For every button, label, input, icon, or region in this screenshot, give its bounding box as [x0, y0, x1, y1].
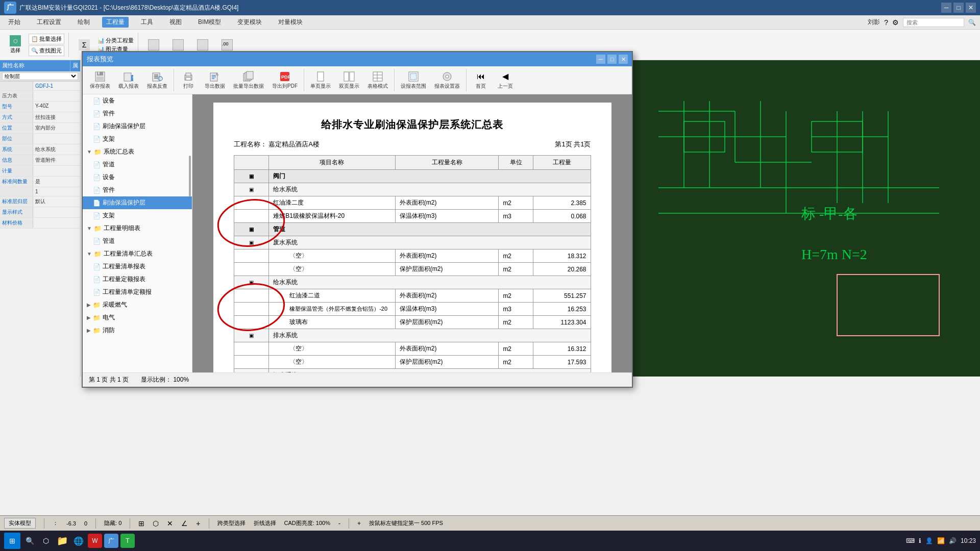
tree-panel: 📄 设备 📄 管件 📄 刷油保温保护层 📄 支架 ▼ 📁 — [83, 94, 192, 372]
value-empty2: 20.268 — [533, 263, 591, 276]
dialog-minimize-button[interactable]: ─ — [596, 55, 605, 64]
tree-file-icon-pipe: 📄 — [93, 110, 101, 117]
close-button[interactable]: ✕ — [966, 3, 976, 13]
tree-item-qty-report[interactable]: 📄 工程量清单报表 — [83, 260, 192, 273]
expand-cell[interactable]: ▣ — [234, 170, 269, 183]
toolbar-classify-button[interactable]: Σ — [73, 38, 95, 52]
model-type-badge[interactable]: 实体模型 — [4, 518, 36, 529]
expand-icon-electrical: ▶ — [87, 315, 91, 320]
tree-item-system-summary[interactable]: ▼ 📁 系统汇总表 — [83, 145, 192, 158]
first-page-button[interactable]: ⏮ 首页 — [470, 69, 492, 91]
menu-start[interactable]: 开始 — [4, 17, 24, 28]
menu-draw[interactable]: 绘制 — [74, 17, 94, 28]
menu-quantity[interactable]: 工程量 — [102, 17, 129, 28]
windows-start-button[interactable]: ⊞ — [4, 533, 20, 549]
layer-select[interactable]: 绘制层 — [2, 72, 78, 80]
menu-change[interactable]: 变更模块 — [233, 17, 266, 28]
menu-tools[interactable]: 工具 — [137, 17, 157, 28]
minimize-button[interactable]: ─ — [941, 3, 951, 13]
table-row-sewage: ▣ 污水系统 — [234, 369, 591, 373]
tree-item-qty-summary[interactable]: ▼ 📁 工程量清单汇总表 — [83, 247, 192, 260]
tree-item-sys-device[interactable]: 📄 设备 — [83, 171, 192, 184]
search-icon[interactable]: 🔍 — [968, 19, 976, 26]
dialog-toolbar: 保存报表 ↑ 载入报表 报表反查 打印 — [83, 66, 632, 94]
dialog-close-button[interactable]: ✕ — [619, 55, 628, 64]
toolbar-icon4[interactable]: .00 — [216, 38, 238, 52]
expand-cell-pipe[interactable]: ▣ — [234, 223, 269, 236]
export-button[interactable]: 导出数据 — [202, 69, 228, 91]
expand-cell-sewage[interactable]: ▣ — [234, 369, 269, 373]
prev-page-button[interactable]: ◀ 上一页 — [494, 69, 517, 91]
dialog-maximize-button[interactable]: □ — [607, 55, 617, 64]
menu-view[interactable]: 视图 — [165, 17, 186, 28]
tree-item-qty-pipe[interactable]: 📄 管道 — [83, 235, 192, 247]
taskbar-explorer[interactable]: 📁 — [55, 534, 69, 548]
tree-item-heating[interactable]: ▶ 📁 采暖燃气 — [83, 298, 192, 311]
expand-cell-waste[interactable]: ▣ — [234, 236, 269, 249]
set-range-button[interactable]: 设报表范围 — [398, 69, 429, 91]
property-table: GDFJ-1 压力表 型号 Y-40Z 方式 丝扣连接 位置 室内部分 部位 — [0, 82, 80, 229]
prop-row-11: 标准层归层 默认 — [0, 196, 80, 207]
tree-scrollbar[interactable] — [189, 156, 191, 196]
expand-cell-drain[interactable]: ▣ — [234, 329, 269, 342]
menu-compare[interactable]: 对量模块 — [274, 17, 307, 28]
tree-item-quota-report[interactable]: 📄 工程量定额报表 — [83, 273, 192, 286]
load-report-button[interactable]: ↑ 载入报表 — [115, 69, 142, 91]
tree-item-insulation[interactable]: 📄 刷油保温保护层 — [83, 120, 192, 133]
taskbar-task-view[interactable]: ⬡ — [39, 534, 53, 548]
toolbar-icon3[interactable] — [191, 38, 214, 52]
taskbar-app2[interactable]: 广 — [104, 534, 118, 548]
taskbar-app1[interactable]: W — [88, 534, 102, 548]
tree-folder-icon-qty-detail: 📁 — [94, 225, 102, 232]
tree-item-qty-detail[interactable]: ▼ 📁 工程量明细表 — [83, 222, 192, 235]
expand-cell2[interactable]: ▣ — [234, 183, 269, 196]
table-mode-button[interactable]: 表格模式 — [364, 69, 391, 91]
taskbar-edge[interactable]: 🌐 — [71, 534, 86, 548]
export-pdf-button[interactable]: PDF 导出到PDF — [269, 69, 301, 91]
tree-item-sys-insulation[interactable]: 📄 刷油保温保护层 — [83, 196, 192, 209]
tree-item-fire[interactable]: ▶ 📁 消防 — [83, 324, 192, 337]
footer-zoom-value: 100% — [173, 376, 189, 383]
report-view[interactable]: 给排水专业刷油保温保护层系统汇总表 工程名称： 嘉定精品酒店A楼 第1页 共1页 — [192, 94, 632, 372]
batch-export-button[interactable]: 批量导出数据 — [230, 69, 267, 91]
tree-item-pipe[interactable]: 📄 管件 — [83, 107, 192, 120]
tree-item-electrical[interactable]: ▶ 📁 电气 — [83, 311, 192, 324]
batch-select-button[interactable]: 📋 批量选择 — [29, 34, 64, 44]
tree-item-device[interactable]: 📄 设备 — [83, 94, 192, 107]
classify-qty-button[interactable]: 📊 分类工程量 — [97, 37, 134, 44]
menu-bim[interactable]: BIM模型 — [194, 17, 225, 28]
double-view-button[interactable]: 双页显示 — [336, 69, 362, 91]
expand-cell-ws2[interactable]: ▣ — [234, 276, 269, 289]
toolbar-icon2[interactable] — [167, 38, 189, 52]
unit-m2-1: m2 — [499, 196, 533, 210]
taskbar-app3[interactable]: T — [120, 534, 135, 548]
prev-page-icon: ◀ — [500, 71, 511, 82]
table-row-empty2: 〈空〉 保护层面积(m2) m2 20.268 — [234, 263, 591, 276]
search-input[interactable] — [903, 18, 964, 27]
tree-item-support[interactable]: 📄 支架 — [83, 133, 192, 145]
plus-btn[interactable]: + — [357, 520, 361, 527]
menu-project-settings[interactable]: 工程设置 — [33, 17, 65, 28]
single-view-button[interactable]: 单页显示 — [307, 69, 334, 91]
toolbar-select-button[interactable]: ⬡ 选择 — [4, 34, 27, 56]
tree-item-quota-single[interactable]: 📄 工程量清单定额报 — [83, 286, 192, 298]
toolbar-icon1[interactable] — [142, 38, 165, 52]
table-row-waste-water: ▣ 废水系统 — [234, 236, 591, 249]
help-icon[interactable]: ? — [884, 18, 888, 27]
tree-item-sys-pipe[interactable]: 📄 管道 — [83, 158, 192, 171]
save-report-button[interactable]: 保存报表 — [87, 69, 113, 91]
item-red-paint2: 红油漆二道 — [269, 289, 396, 303]
find-element-button[interactable]: 🔍 查找图元 — [29, 45, 64, 56]
print-button[interactable]: 打印 — [177, 69, 200, 91]
reverse-check-button[interactable]: 报表反查 — [144, 69, 170, 91]
tree-item-sys-fitting[interactable]: 📄 管件 — [83, 184, 192, 196]
table-row-water-supply2: ▣ 给水系统 — [234, 276, 591, 289]
maximize-button[interactable]: □ — [953, 3, 964, 13]
settings-icon[interactable]: ⚙ — [892, 18, 899, 27]
cad-minus-icon[interactable]: - — [338, 520, 340, 527]
taskbar-search[interactable]: 🔍 — [22, 534, 37, 548]
tree-item-pipe-label: 管件 — [103, 109, 115, 118]
table-row-glass-cloth: 玻璃布 保护层面积(m2) m2 1123.304 — [234, 316, 591, 329]
tree-item-sys-support[interactable]: 📄 支架 — [83, 209, 192, 222]
report-settings-button[interactable]: 报表设置器 — [431, 69, 463, 91]
